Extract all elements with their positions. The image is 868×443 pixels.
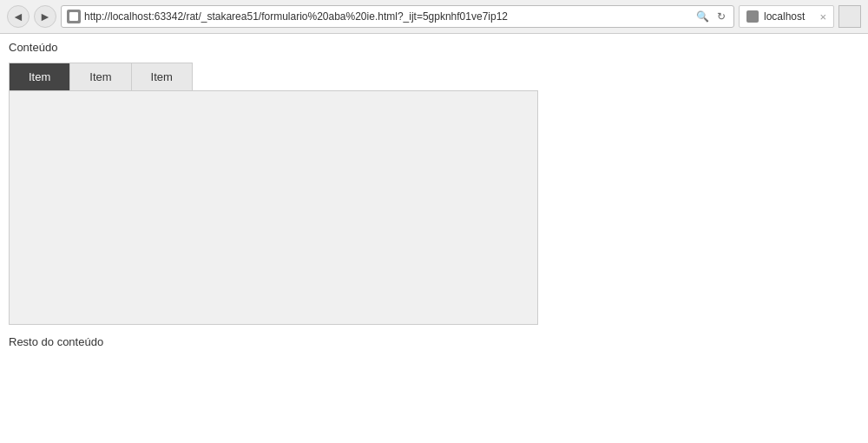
refresh-icon[interactable]: ↻ — [714, 10, 728, 23]
tab-item-2[interactable]: Item — [70, 63, 131, 90]
active-browser-tab[interactable]: localhost × — [739, 5, 834, 28]
address-bar[interactable]: http://localhost:63342/rat/_stakarea51/f… — [61, 5, 734, 28]
page-content: Conteúdo Item Item Item Resto do conteúd… — [0, 34, 868, 355]
tab-widget-content — [9, 90, 538, 325]
page-footer: Resto do conteúdo — [9, 335, 859, 348]
tab-close-button[interactable]: × — [819, 10, 826, 23]
tab-item-3[interactable]: Item — [132, 63, 192, 90]
tab-widget-tabs: Item Item Item — [9, 63, 193, 90]
tab-favicon — [746, 10, 759, 23]
tab-widget: Item Item Item — [9, 63, 538, 325]
back-icon: ◄ — [12, 10, 24, 23]
tab-item-1[interactable]: Item — [10, 63, 70, 90]
forward-button[interactable]: ► — [34, 5, 56, 28]
page-title: Conteúdo — [9, 41, 859, 54]
forward-icon: ► — [39, 10, 51, 23]
tab-title: localhost — [764, 10, 805, 23]
search-icon[interactable]: 🔍 — [694, 10, 712, 23]
url-text: http://localhost:63342/rat/_stakarea51/f… — [84, 10, 690, 23]
new-tab-button[interactable] — [838, 5, 861, 28]
browser-chrome: ◄ ► http://localhost:63342/rat/_stakarea… — [0, 0, 868, 34]
address-favicon — [67, 10, 81, 23]
back-button[interactable]: ◄ — [7, 5, 30, 28]
